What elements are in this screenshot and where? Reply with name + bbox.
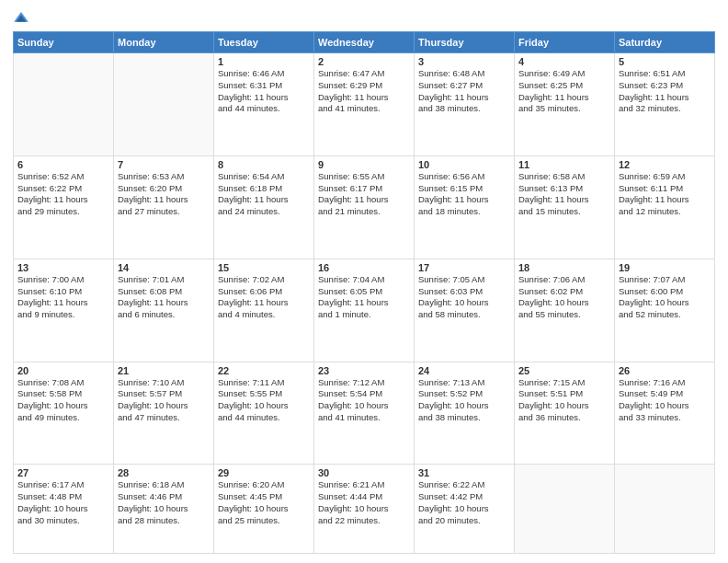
cell-line: Sunset: 6:05 PM <box>318 286 410 298</box>
cell-line: Sunrise: 6:21 AM <box>318 479 410 491</box>
calendar-cell: 20Sunrise: 7:08 AMSunset: 5:58 PMDayligh… <box>14 362 114 465</box>
week-row-5: 27Sunrise: 6:17 AMSunset: 4:48 PMDayligh… <box>14 465 715 554</box>
cell-line: Sunset: 6:17 PM <box>318 183 410 195</box>
cell-line: Sunset: 6:10 PM <box>17 286 109 298</box>
cell-line: and 6 minutes. <box>118 309 210 321</box>
calendar-cell: 26Sunrise: 7:16 AMSunset: 5:49 PMDayligh… <box>615 362 715 465</box>
cell-line: Sunrise: 6:58 AM <box>518 171 610 183</box>
cell-line: and 21 minutes. <box>318 206 410 218</box>
cell-line: Daylight: 10 hours <box>318 400 410 412</box>
cell-line: Sunrise: 6:59 AM <box>619 171 711 183</box>
cell-line: and 28 minutes. <box>118 515 210 527</box>
day-number: 24 <box>418 365 510 376</box>
cell-line: Sunset: 4:42 PM <box>418 491 510 503</box>
cell-line: Daylight: 11 hours <box>318 194 410 206</box>
cell-line: Sunset: 5:58 PM <box>17 388 109 400</box>
cell-line: Sunset: 6:25 PM <box>518 80 610 92</box>
cell-line: and 38 minutes. <box>418 103 510 115</box>
day-number: 1 <box>218 56 310 67</box>
logo <box>13 9 31 26</box>
cell-line: Daylight: 11 hours <box>318 297 410 309</box>
calendar-cell: 14Sunrise: 7:01 AMSunset: 6:08 PMDayligh… <box>114 259 214 362</box>
calendar-cell: 31Sunrise: 6:22 AMSunset: 4:42 PMDayligh… <box>415 465 515 554</box>
cell-line: Daylight: 11 hours <box>418 92 510 104</box>
cell-line: Daylight: 11 hours <box>318 92 410 104</box>
cell-line: Sunset: 6:13 PM <box>518 183 610 195</box>
cell-line: Daylight: 11 hours <box>17 194 109 206</box>
cell-line: Daylight: 10 hours <box>17 400 109 412</box>
calendar-cell: 8Sunrise: 6:54 AMSunset: 6:18 PMDaylight… <box>214 155 314 259</box>
cell-line: Daylight: 11 hours <box>518 194 610 206</box>
weekday-header-monday: Monday <box>114 32 214 53</box>
cell-line: Daylight: 11 hours <box>218 92 310 104</box>
cell-line: Daylight: 10 hours <box>418 297 510 309</box>
cell-line: Sunrise: 7:10 AM <box>118 377 210 389</box>
cell-line: and 32 minutes. <box>619 103 711 115</box>
calendar-cell: 1Sunrise: 6:46 AMSunset: 6:31 PMDaylight… <box>214 53 314 156</box>
cell-line: Sunrise: 6:53 AM <box>118 171 210 183</box>
cell-line: Sunrise: 6:52 AM <box>17 171 109 183</box>
cell-line: Sunrise: 6:55 AM <box>318 171 410 183</box>
cell-line: Sunset: 5:55 PM <box>218 388 310 400</box>
day-number: 13 <box>17 262 109 273</box>
calendar-cell: 27Sunrise: 6:17 AMSunset: 4:48 PMDayligh… <box>14 465 114 554</box>
day-number: 26 <box>619 365 711 376</box>
cell-line: Sunset: 5:54 PM <box>318 388 410 400</box>
cell-line: Sunrise: 6:17 AM <box>17 479 109 491</box>
cell-line: and 4 minutes. <box>218 309 310 321</box>
week-row-3: 13Sunrise: 7:00 AMSunset: 6:10 PMDayligh… <box>14 259 715 362</box>
cell-line: Sunset: 5:51 PM <box>518 388 610 400</box>
cell-line: and 44 minutes. <box>218 103 310 115</box>
cell-line: Daylight: 10 hours <box>518 400 610 412</box>
cell-line: Daylight: 11 hours <box>619 194 711 206</box>
day-number: 6 <box>17 159 109 170</box>
calendar-cell: 24Sunrise: 7:13 AMSunset: 5:52 PMDayligh… <box>415 362 515 465</box>
weekday-header-tuesday: Tuesday <box>214 32 314 53</box>
day-number: 7 <box>118 159 210 170</box>
cell-line: Daylight: 10 hours <box>418 400 510 412</box>
cell-line: Sunrise: 6:51 AM <box>619 68 711 80</box>
cell-line: and 44 minutes. <box>218 412 310 424</box>
cell-line: Sunset: 4:46 PM <box>118 491 210 503</box>
cell-line: Sunrise: 6:47 AM <box>318 68 410 80</box>
calendar-cell <box>615 465 715 554</box>
cell-line: and 47 minutes. <box>118 412 210 424</box>
cell-line: Sunset: 6:29 PM <box>318 80 410 92</box>
calendar-cell <box>515 465 615 554</box>
cell-line: Sunrise: 7:05 AM <box>418 274 510 286</box>
cell-line: Sunrise: 6:22 AM <box>418 479 510 491</box>
cell-line: Sunrise: 6:48 AM <box>418 68 510 80</box>
week-row-2: 6Sunrise: 6:52 AMSunset: 6:22 PMDaylight… <box>14 155 715 259</box>
day-number: 3 <box>418 56 510 67</box>
cell-line: Daylight: 11 hours <box>619 92 711 104</box>
day-number: 8 <box>218 159 310 170</box>
calendar-cell: 25Sunrise: 7:15 AMSunset: 5:51 PMDayligh… <box>515 362 615 465</box>
day-number: 21 <box>118 365 210 376</box>
cell-line: Daylight: 10 hours <box>218 400 310 412</box>
logo-icon <box>13 9 29 26</box>
cell-line: and 36 minutes. <box>518 412 610 424</box>
day-number: 23 <box>318 365 410 376</box>
cell-line: Sunset: 6:18 PM <box>218 183 310 195</box>
header <box>13 9 715 26</box>
day-number: 19 <box>619 262 711 273</box>
calendar-cell <box>14 53 114 156</box>
cell-line: Sunset: 6:27 PM <box>418 80 510 92</box>
cell-line: Daylight: 11 hours <box>218 194 310 206</box>
cell-line: and 52 minutes. <box>619 309 711 321</box>
cell-line: and 15 minutes. <box>518 206 610 218</box>
cell-line: and 27 minutes. <box>118 206 210 218</box>
day-number: 15 <box>218 262 310 273</box>
day-number: 31 <box>418 467 510 478</box>
cell-line: Daylight: 10 hours <box>218 503 310 515</box>
cell-line: Daylight: 10 hours <box>619 400 711 412</box>
cell-line: Sunrise: 7:15 AM <box>518 377 610 389</box>
day-number: 11 <box>518 159 610 170</box>
cell-line: Sunrise: 7:12 AM <box>318 377 410 389</box>
cell-line: and 25 minutes. <box>218 515 310 527</box>
day-number: 12 <box>619 159 711 170</box>
cell-line: Daylight: 11 hours <box>418 194 510 206</box>
cell-line: Daylight: 11 hours <box>518 92 610 104</box>
calendar-cell: 13Sunrise: 7:00 AMSunset: 6:10 PMDayligh… <box>14 259 114 362</box>
calendar-cell: 6Sunrise: 6:52 AMSunset: 6:22 PMDaylight… <box>14 155 114 259</box>
